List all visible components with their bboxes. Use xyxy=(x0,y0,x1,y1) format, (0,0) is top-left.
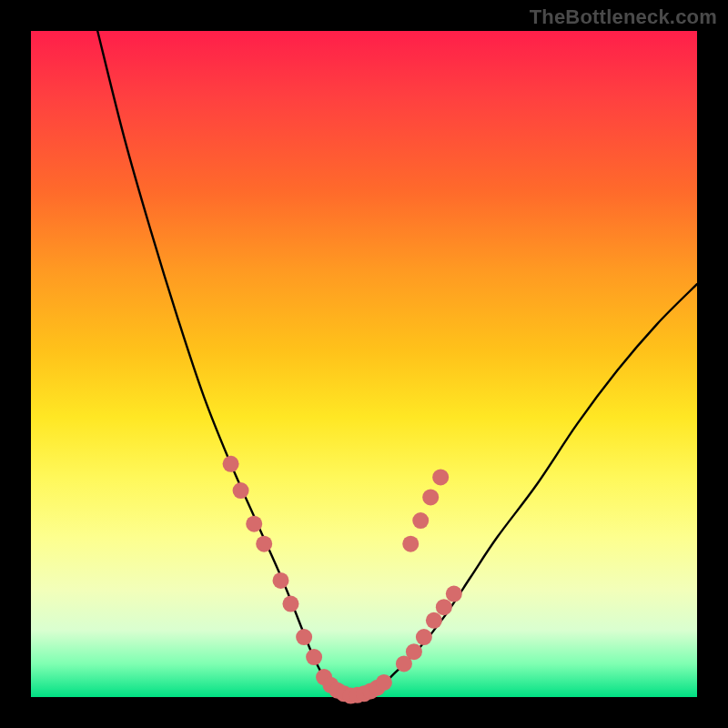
watermark-label: TheBottleneck.com xyxy=(530,5,717,29)
sample-dot xyxy=(402,536,419,552)
sample-dot xyxy=(422,489,439,505)
sample-dot xyxy=(436,599,452,615)
sample-dot xyxy=(246,516,262,532)
sample-dot xyxy=(406,643,422,660)
curve-layer xyxy=(97,31,697,698)
bottleneck-chart xyxy=(0,0,728,728)
sample-dot xyxy=(273,572,289,589)
sample-dot xyxy=(233,482,249,499)
sample-dot xyxy=(426,612,442,629)
sample-dot xyxy=(256,536,272,552)
dots-layer xyxy=(223,456,462,704)
sample-dot xyxy=(376,674,392,691)
sample-dot xyxy=(432,469,449,485)
sample-dot xyxy=(412,512,429,529)
chart-frame: TheBottleneck.com xyxy=(0,0,728,728)
sample-dot xyxy=(282,596,298,612)
sample-dot xyxy=(223,456,239,472)
sample-dot xyxy=(446,586,462,602)
sample-dot xyxy=(306,649,322,665)
bottleneck-curve xyxy=(97,31,697,698)
sample-dot xyxy=(416,629,432,645)
sample-dot xyxy=(296,629,312,645)
